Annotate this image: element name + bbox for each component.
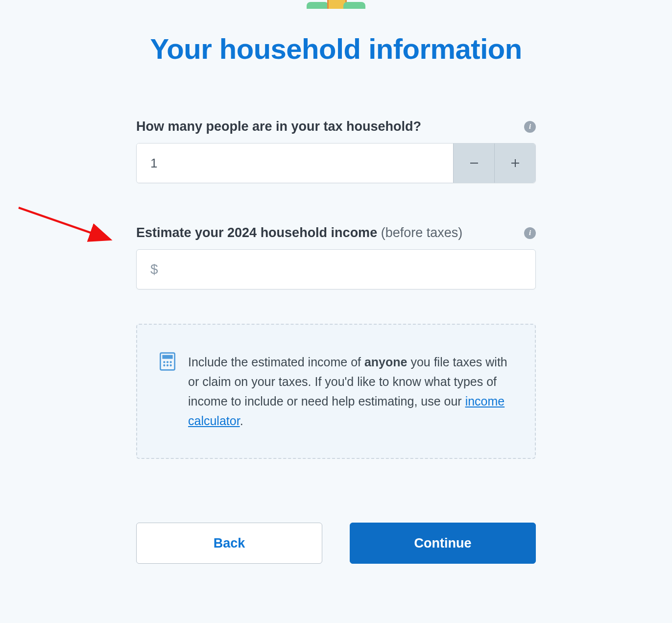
back-button[interactable]: Back [136,523,322,564]
annotation-arrow [16,205,119,249]
income-input-wrap: $ [136,249,536,289]
decrement-button[interactable] [453,144,494,183]
minus-icon [470,159,479,168]
continue-button[interactable]: Continue [350,523,536,564]
income-label-strong: Estimate your 2024 household income [136,225,377,240]
svg-point-7 [170,361,172,363]
svg-rect-2 [515,159,516,167]
svg-point-9 [167,364,168,366]
svg-point-6 [167,361,168,363]
plus-icon [511,159,520,168]
calculator-icon [160,352,175,431]
income-tip-panel: Include the estimated income of anyone y… [136,324,536,459]
household-size-label: How many people are in your tax househol… [136,119,421,134]
income-input[interactable] [162,250,535,289]
svg-line-12 [19,208,109,239]
household-size-stepper [136,143,536,183]
dollar-sign-icon: $ [137,262,162,277]
income-tip-text: Include the estimated income of anyone y… [188,352,512,431]
increment-button[interactable] [494,144,535,183]
hero-illustration [0,0,672,9]
svg-point-5 [163,361,165,363]
svg-rect-0 [470,163,478,164]
info-icon[interactable]: i [524,227,536,239]
page-title: Your household information [136,32,536,65]
household-size-input[interactable] [137,144,453,183]
svg-point-10 [170,364,172,366]
income-label: Estimate your 2024 household income (bef… [136,225,462,240]
info-icon[interactable]: i [524,121,536,133]
income-label-sub: (before taxes) [377,225,462,240]
svg-point-8 [163,364,165,366]
svg-rect-4 [162,355,172,359]
